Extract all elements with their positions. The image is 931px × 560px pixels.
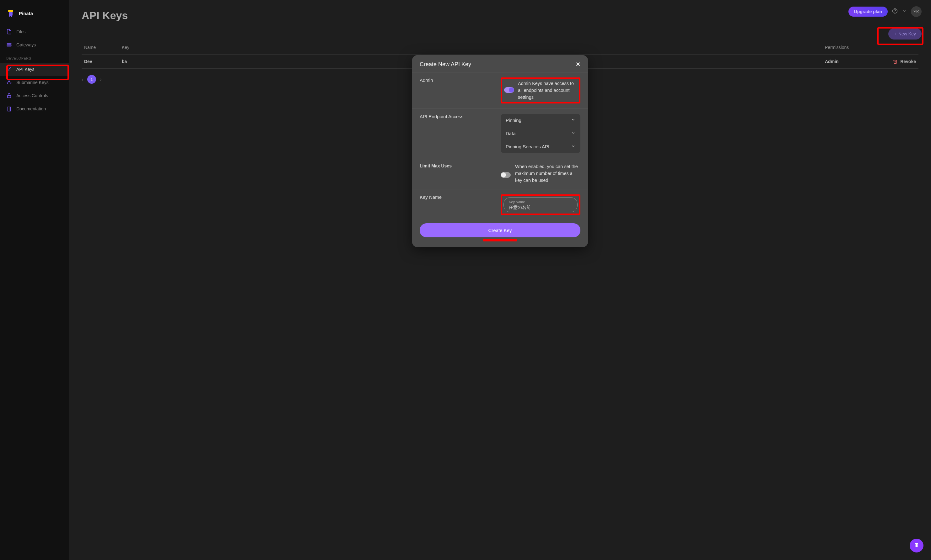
new-key-label: New Key <box>899 31 916 36</box>
plus-icon: + <box>894 31 897 36</box>
revoke-label: Revoke <box>900 59 916 64</box>
sidebar-item-submarine-keys[interactable]: Submarine Keys <box>0 76 69 89</box>
sidebar-item-label: Access Controls <box>16 93 48 98</box>
key-name-input[interactable] <box>509 205 572 210</box>
svg-rect-1 <box>8 10 13 12</box>
support-fab[interactable] <box>909 538 923 552</box>
prev-page-button[interactable]: ‹ <box>82 76 83 83</box>
svg-rect-12 <box>916 544 918 547</box>
trash-icon <box>893 59 898 64</box>
cell-name: Dev <box>84 59 116 64</box>
admin-description: Admin Keys have access to all endpoints … <box>518 80 577 101</box>
annotation-highlight-key-name: Key Name <box>501 194 581 215</box>
avatar[interactable]: YK <box>911 6 922 17</box>
cell-permissions: Admin <box>825 59 869 64</box>
sidebar-item-access-controls[interactable]: Access Controls <box>0 89 69 102</box>
limit-max-uses-toggle[interactable] <box>501 172 511 178</box>
endpoint-access-label: API Endpoint Access <box>420 114 499 153</box>
lock-icon <box>6 93 12 98</box>
sidebar-item-files[interactable]: Files <box>0 25 69 38</box>
col-name: Name <box>84 45 116 50</box>
svg-rect-3 <box>11 16 12 17</box>
svg-rect-4 <box>7 43 11 45</box>
endpoint-label: Data <box>506 131 516 136</box>
pinata-icon <box>913 542 920 549</box>
table-header: Name Key Permissions <box>82 40 919 55</box>
svg-rect-13 <box>915 543 918 544</box>
key-name-label: Key Name <box>420 194 499 215</box>
admin-toggle[interactable] <box>504 87 514 93</box>
book-icon <box>6 106 12 112</box>
sidebar-item-label: Submarine Keys <box>16 80 49 85</box>
endpoint-pinning[interactable]: Pinning <box>501 114 581 127</box>
key-name-field[interactable]: Key Name <box>503 197 577 212</box>
create-api-key-modal: Create New API Key ✕ Admin Admin Keys ha… <box>412 55 588 247</box>
annotation-highlight-create-key <box>483 239 517 242</box>
brand-name: Pinata <box>19 11 33 16</box>
upgrade-plan-button[interactable]: Upgrade plan <box>848 6 888 17</box>
svg-rect-8 <box>9 81 10 82</box>
svg-point-11 <box>895 12 895 12</box>
endpoint-pinning-services-api[interactable]: Pinning Services API <box>501 140 581 153</box>
chevron-down-icon <box>571 144 575 149</box>
new-key-button[interactable]: + New Key <box>888 28 922 40</box>
sidebar-item-label: Gateways <box>16 42 36 47</box>
key-name-field-label: Key Name <box>509 200 572 204</box>
svg-rect-0 <box>9 11 12 16</box>
chevron-down-icon[interactable] <box>902 9 906 14</box>
endpoint-label: Pinning Services API <box>506 144 549 149</box>
annotation-highlight-admin-toggle: Admin Keys have access to all endpoints … <box>501 77 581 103</box>
key-icon <box>6 66 12 72</box>
page-number[interactable]: 1 <box>87 75 96 84</box>
sidebar-item-api-keys[interactable]: API Keys <box>0 63 69 76</box>
endpoint-access-group: Pinning Data Pinning Services API <box>501 114 581 153</box>
gateway-icon <box>6 42 12 48</box>
page-title: API Keys <box>82 9 919 22</box>
sidebar-item-label: API Keys <box>16 67 34 72</box>
svg-rect-9 <box>8 95 11 98</box>
revoke-button[interactable]: Revoke <box>875 59 916 64</box>
col-permissions: Permissions <box>825 45 869 50</box>
sidebar-section-developers: DEVELOPERS <box>0 51 69 63</box>
sidebar-item-gateways[interactable]: Gateways <box>0 38 69 51</box>
endpoint-label: Pinning <box>506 118 521 123</box>
sidebar-item-label: Files <box>16 29 26 34</box>
chevron-down-icon <box>571 118 575 123</box>
submarine-icon <box>6 80 12 85</box>
close-icon[interactable]: ✕ <box>576 61 581 68</box>
admin-label: Admin <box>420 77 499 103</box>
modal-title: Create New API Key <box>420 61 471 68</box>
main-content: Upgrade plan YK API Keys + New Key Name … <box>69 0 931 560</box>
pinata-logo-icon <box>6 9 15 18</box>
brand-logo[interactable]: Pinata <box>0 6 69 25</box>
svg-rect-5 <box>7 45 11 46</box>
sidebar: Pinata Files Gateways DEVELOPERS API Key… <box>0 0 69 560</box>
next-page-button[interactable]: › <box>100 76 102 83</box>
endpoint-data[interactable]: Data <box>501 127 581 140</box>
topbar: Upgrade plan YK <box>848 6 922 17</box>
create-key-button[interactable]: Create Key <box>420 223 581 237</box>
file-icon <box>6 29 12 34</box>
sidebar-item-label: Documentation <box>16 106 46 111</box>
help-icon[interactable] <box>892 8 898 15</box>
svg-rect-2 <box>9 16 10 17</box>
limit-max-uses-description: When enabled, you can set the maximum nu… <box>515 163 581 184</box>
sidebar-item-documentation[interactable]: Documentation <box>0 102 69 115</box>
chevron-down-icon <box>571 131 575 136</box>
col-key: Key <box>122 45 818 50</box>
limit-max-uses-label: Limit Max Uses <box>420 163 499 184</box>
